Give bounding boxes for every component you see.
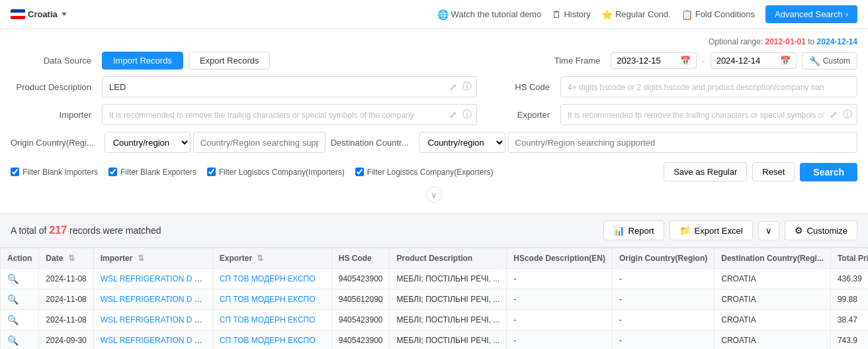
country-chevron-icon [62,13,67,16]
filter-logistics-exporters-checkbox[interactable] [355,168,364,176]
hs-desc-cell: - [507,310,613,330]
importer-cell: WSL REFRIGERATION D О О О ... [93,289,212,310]
search-action-icon[interactable]: 🔍 [7,335,19,346]
country-selector[interactable]: Croatia [11,9,67,19]
col-importer[interactable]: Importer ⇅ [93,248,212,269]
report-label: Report [629,226,654,236]
import-records-tab[interactable]: Import Records [102,52,183,70]
collapse-button[interactable]: ∨ [426,187,442,203]
filter-row: Filter Blank Importers Filter Blank Expo… [11,160,857,184]
results-prefix: A total of [11,225,46,236]
croatia-flag [11,9,25,19]
filter-blank-importers[interactable]: Filter Blank Importers [11,168,98,177]
destination-cell: CROATIA [715,310,831,330]
filter-logistics-exporters-label: Filter Logistics Company(Exporters) [367,168,494,177]
exporter-link[interactable]: СП ТОВ МОДЕРН ЕКСПО [220,336,316,345]
table-row: 🔍 2024-11-08 WSL REFRIGERATION D О О О .… [1,269,869,289]
action-cell: 🔍 [1,310,39,330]
star-icon: ⭐ [601,9,613,20]
col-exporter[interactable]: Exporter ⇅ [212,248,331,269]
hs-code-input[interactable] [560,76,857,97]
destination-country-select[interactable]: Country/region [419,132,505,153]
hs-desc-cell: - [507,330,613,350]
optional-range-to: to [808,37,814,46]
history-link[interactable]: 🗒 History [552,9,590,20]
origin-select-wrap: Country/region [105,132,326,153]
results-count: 217 [49,224,67,236]
destination-select-wrap: Country/region [419,132,857,153]
expand-icon[interactable]: ⤢ [448,79,458,94]
col-origin: Origin Country(Region) [612,248,714,269]
tutorial-link[interactable]: 🌐 Watch the tutorial demo [437,9,542,20]
exporter-expand-icon[interactable]: ⤢ [828,107,839,122]
search-action-icon[interactable]: 🔍 [7,294,19,305]
col-hscode: HS Code [331,248,390,269]
time-frame-start-input[interactable] [617,56,676,66]
exporter-info-icon[interactable]: ⓘ [842,107,853,122]
advanced-search-button[interactable]: Advanced Search › [765,5,857,23]
table-row: 🔍 2024-09-30 WSL REFRIGERATION D О О О .… [1,330,869,350]
exporter-link[interactable]: СП ТОВ МОДЕРН ЕКСПО [220,274,316,283]
origin-country-select[interactable]: Country/region [105,132,191,153]
importer-cell: WSL REFRIGERATION D О О О ... [93,330,212,350]
filter-blank-exporters-checkbox[interactable] [108,168,117,176]
filter-blank-importers-checkbox[interactable] [11,168,19,176]
table-row: 🔍 2024-11-08 WSL REFRIGERATION D О О О .… [1,289,869,310]
importer-input[interactable] [102,104,477,125]
exporter-link[interactable]: СП ТОВ МОДЕРН ЕКСПО [220,295,316,304]
origin-cell: - [612,330,714,350]
fold-icon: 📋 [681,9,693,20]
report-button[interactable]: 📊 Report [603,221,664,240]
importer-link[interactable]: WSL REFRIGERATION D О О О ... [101,315,213,324]
importer-expand-icon[interactable]: ⤢ [448,107,458,122]
history-label: History [564,9,590,19]
importer-wrap: ⤢ ⓘ [102,104,477,125]
time-frame-start-wrap[interactable]: 📅 [611,52,697,69]
destination-region-input[interactable] [508,132,857,153]
col-date[interactable]: Date ⇅ [39,248,93,269]
info-icon[interactable]: ⓘ [461,79,473,94]
importer-link[interactable]: WSL REFRIGERATION D О О О ... [101,336,213,345]
datasource-tabs: Import Records Export Records [102,52,270,70]
time-frame-end-input[interactable] [716,56,776,66]
origin-region-input[interactable] [193,132,326,153]
export-icon: 📁 [679,225,691,236]
total-price-cell: 436.39 [830,269,868,289]
importer-info-icon[interactable]: ⓘ [461,107,473,122]
results-bar: A total of 217 records were matched 📊 Re… [0,214,868,248]
col-destination: Destination Country(Regi... [715,248,831,269]
product-desc-input[interactable] [102,76,477,97]
search-action-icon[interactable]: 🔍 [7,315,19,325]
filter-logistics-exporters[interactable]: Filter Logistics Company(Exporters) [355,168,494,177]
search-button[interactable]: Search [800,163,857,181]
filter-logistics-importers[interactable]: Filter Logistics Company(Importers) [207,168,345,177]
customize-button[interactable]: ⚙ Customize [785,221,857,240]
exporter-input[interactable] [560,104,857,125]
custom-button[interactable]: 🔧 Custom [802,52,857,70]
table-row: 🔍 2024-11-08 WSL REFRIGERATION D О О О .… [1,310,869,330]
export-records-tab[interactable]: Export Records [189,52,271,70]
filter-logistics-importers-checkbox[interactable] [207,168,216,176]
exporter-wrap: ⤢ ⓘ [560,104,857,125]
origin-cell: - [612,269,714,289]
search-panel: Optional range: 2012-01-01 to 2024-12-14… [0,29,868,214]
time-frame-label: Time Frame [533,56,605,66]
search-action-icon[interactable]: 🔍 [7,274,19,284]
filter-blank-exporters-label: Filter Blank Exporters [120,168,196,177]
reset-button[interactable]: Reset [752,162,795,181]
top-bar: Croatia 🌐 Watch the tutorial demo 🗒 Hist… [0,0,868,29]
save-regular-button[interactable]: Save as Regular [664,162,747,181]
export-excel-button[interactable]: 📁 Export Excel [670,221,753,240]
time-frame-end-wrap[interactable]: 📅 [711,52,797,69]
hs-code-wrap [560,76,857,97]
more-button[interactable]: ∨ [758,221,779,240]
exporter-link[interactable]: СП ТОВ МОДЕРН ЕКСПО [220,315,316,324]
fold-conditions-link[interactable]: 📋 Fold Conditions [681,9,755,20]
exporter-cell: СП ТОВ МОДЕРН ЕКСПО [212,330,331,350]
importer-link[interactable]: WSL REFRIGERATION D О О О ... [101,295,213,304]
regular-cond-link[interactable]: ⭐ Regular Cond. [601,9,671,20]
filter-blank-importers-label: Filter Blank Importers [22,168,98,177]
importer-link[interactable]: WSL REFRIGERATION D О О О ... [101,274,213,283]
filter-blank-exporters[interactable]: Filter Blank Exporters [108,168,196,177]
destination-cell: CROATIA [715,289,831,310]
